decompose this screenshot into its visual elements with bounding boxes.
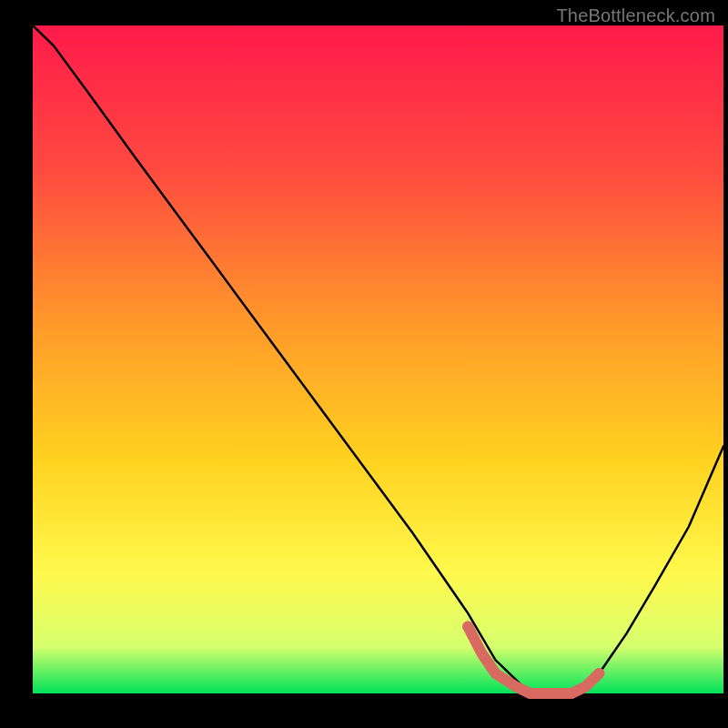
bottleneck-chart (0, 0, 728, 728)
watermark-text: TheBottleneck.com (556, 5, 715, 26)
plot-area (33, 25, 723, 693)
highlight-endpoint-left (462, 622, 473, 632)
highlight-endpoint-right (593, 668, 604, 679)
